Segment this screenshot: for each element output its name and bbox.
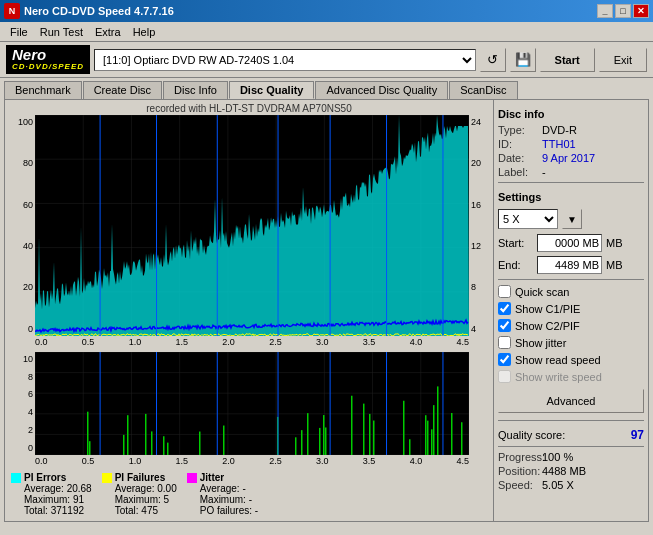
pi-errors-stats: Average: 20.68 Maximum: 91 Total: 371192 — [11, 483, 92, 516]
disc-id-value: TTH01 — [542, 138, 576, 150]
top-y-axis-right: 24 20 16 12 8 4 — [469, 115, 491, 336]
show-write-speed-checkbox[interactable] — [498, 370, 511, 383]
pi-failures-label: PI Failures — [115, 472, 166, 483]
logo-line2: CD·DVD/SPEED — [12, 63, 84, 72]
speed-info-value: 5.05 X — [542, 479, 574, 491]
top-chart-plot — [35, 115, 469, 336]
tab-advanced-disc-quality[interactable]: Advanced Disc Quality — [315, 81, 448, 99]
show-read-speed-checkbox[interactable] — [498, 353, 511, 366]
tab-scan-disc[interactable]: ScanDisc — [449, 81, 517, 99]
pi-errors-label: PI Errors — [24, 472, 66, 483]
advanced-button[interactable]: Advanced — [498, 389, 644, 413]
menu-extra[interactable]: Extra — [89, 24, 127, 40]
menu-run-test[interactable]: Run Test — [34, 24, 89, 40]
speed-info-label: Speed: — [498, 479, 538, 491]
divider-2 — [498, 279, 644, 280]
speed-info-row: Speed: 5.05 X — [498, 479, 644, 491]
start-input[interactable] — [537, 234, 602, 252]
show-c2-row: Show C2/PIF — [498, 319, 644, 332]
top-y-axis-left: 100 80 60 40 20 0 — [7, 115, 35, 336]
chart-subtitle: recorded with HL-DT-ST DVDRAM AP70NS50 — [7, 102, 491, 115]
progress-value: 100 % — [542, 451, 573, 463]
logo-line1: Nero — [12, 47, 84, 64]
quick-scan-row: Quick scan — [498, 285, 644, 298]
jitter-max: - — [249, 494, 252, 505]
progress-label: Progress: — [498, 451, 538, 463]
disc-info-title: Disc info — [498, 108, 644, 120]
end-unit: MB — [606, 259, 623, 271]
bottom-x-axis: 0.0 0.5 1.0 1.5 2.0 2.5 3.0 3.5 4.0 4.5 — [35, 455, 469, 469]
toolbar: Nero CD·DVD/SPEED [11:0] Optiarc DVD RW … — [0, 42, 653, 78]
save-button[interactable]: 💾 — [510, 48, 536, 72]
tab-benchmark[interactable]: Benchmark — [4, 81, 82, 99]
divider-4 — [498, 446, 644, 447]
disc-type-row: Type: DVD-R — [498, 124, 644, 136]
pi-errors-total: 371192 — [51, 505, 84, 516]
title-bar: N Nero CD-DVD Speed 4.7.7.16 _ □ ✕ — [0, 0, 653, 22]
top-chart-canvas — [35, 115, 469, 336]
disc-date-value: 9 Apr 2017 — [542, 152, 595, 164]
refresh-button[interactable]: ↺ — [480, 48, 506, 72]
position-row: Position: 4488 MB — [498, 465, 644, 477]
legend-area: PI Errors Average: 20.68 Maximum: 91 Tot… — [7, 469, 491, 519]
pi-failures-dot — [102, 473, 112, 483]
menu-file[interactable]: File — [4, 24, 34, 40]
tab-create-disc[interactable]: Create Disc — [83, 81, 162, 99]
pi-failures-total: 475 — [141, 505, 158, 516]
settings-options-button[interactable]: ▼ — [562, 209, 582, 229]
quick-scan-checkbox[interactable] — [498, 285, 511, 298]
main-content: recorded with HL-DT-ST DVDRAM AP70NS50 1… — [4, 99, 649, 522]
menu-help[interactable]: Help — [127, 24, 162, 40]
legend-pi-failures: PI Failures Average: 0.00 Maximum: 5 Tot… — [102, 472, 177, 516]
show-write-speed-row: Show write speed — [498, 370, 644, 383]
show-c1-checkbox[interactable] — [498, 302, 511, 315]
pi-errors-max: 91 — [73, 494, 84, 505]
disc-type-label: Type: — [498, 124, 538, 136]
menu-bar: File Run Test Extra Help — [0, 22, 653, 42]
po-failures: - — [255, 505, 258, 516]
disc-type-value: DVD-R — [542, 124, 577, 136]
bottom-chart-canvas — [35, 352, 469, 455]
exit-button[interactable]: Exit — [599, 48, 647, 72]
start-label: Start: — [498, 237, 533, 249]
top-x-axis: 0.0 0.5 1.0 1.5 2.0 2.5 3.0 3.5 4.0 4.5 — [35, 336, 469, 350]
show-c1-row: Show C1/PIE — [498, 302, 644, 315]
show-read-speed-row: Show read speed — [498, 353, 644, 366]
start-mb-row: Start: MB — [498, 234, 644, 252]
maximize-button[interactable]: □ — [615, 4, 631, 18]
minimize-button[interactable]: _ — [597, 4, 613, 18]
divider-3 — [498, 420, 644, 421]
bottom-chart-plot — [35, 352, 469, 455]
tab-disc-quality[interactable]: Disc Quality — [229, 81, 315, 99]
disc-id-row: ID: TTH01 — [498, 138, 644, 150]
show-c2-label: Show C2/PIF — [515, 320, 580, 332]
disc-date-label: Date: — [498, 152, 538, 164]
position-label: Position: — [498, 465, 538, 477]
divider-1 — [498, 182, 644, 183]
quality-score-value: 97 — [631, 428, 644, 442]
disc-date-row: Date: 9 Apr 2017 — [498, 152, 644, 164]
disc-label-row: Label: - — [498, 166, 644, 178]
app-icon: N — [4, 3, 20, 19]
quality-score-label: Quality score: — [498, 429, 565, 441]
speed-row: 5 X ▼ — [498, 209, 644, 229]
start-unit: MB — [606, 237, 623, 249]
side-panel: Disc info Type: DVD-R ID: TTH01 Date: 9 … — [493, 100, 648, 521]
nero-logo: Nero CD·DVD/SPEED — [6, 45, 90, 74]
tab-disc-info[interactable]: Disc Info — [163, 81, 228, 99]
progress-row: Progress: 100 % — [498, 451, 644, 463]
show-jitter-checkbox[interactable] — [498, 336, 511, 349]
bottom-y-axis-right — [469, 352, 491, 455]
end-input[interactable] — [537, 256, 602, 274]
legend-jitter: Jitter Average: - Maximum: - PO failures… — [187, 472, 258, 516]
show-c2-checkbox[interactable] — [498, 319, 511, 332]
drive-selector[interactable]: [11:0] Optiarc DVD RW AD-7240S 1.04 — [94, 49, 476, 71]
show-c1-label: Show C1/PIE — [515, 303, 580, 315]
jitter-label: Jitter — [200, 472, 224, 483]
chart-container: 100 80 60 40 20 0 24 20 16 12 — [7, 115, 491, 469]
close-button[interactable]: ✕ — [633, 4, 649, 18]
chart-area: recorded with HL-DT-ST DVDRAM AP70NS50 1… — [5, 100, 493, 521]
start-button[interactable]: Start — [540, 48, 595, 72]
speed-selector[interactable]: 5 X — [498, 209, 558, 229]
pi-failures-avg: 0.00 — [157, 483, 176, 494]
